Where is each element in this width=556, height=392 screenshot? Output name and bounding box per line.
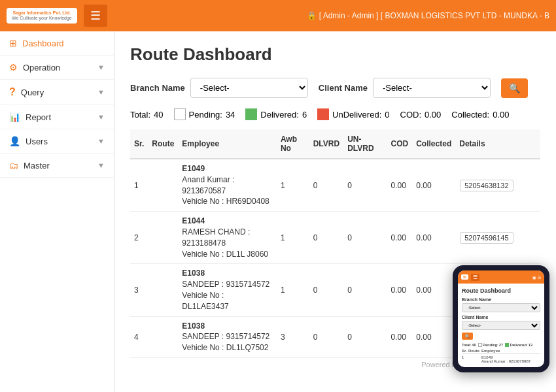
branch-label: Branch Name <box>130 83 185 93</box>
phone-branch-label: Branch Name <box>462 297 540 302</box>
phone-row-sr: 1 <box>462 355 468 363</box>
cell-details: 52074596145 <box>455 212 540 264</box>
sidebar-item-master[interactable]: 🗂 Master ▼ <box>0 154 114 178</box>
search-button[interactable]: 🔍 <box>501 78 528 98</box>
col-sr: Sr. <box>130 129 148 159</box>
admin-info: 🔒 [ Admin - Admin ] [ BOXMAN LOGISTICS P… <box>307 11 549 20</box>
phone-hamburger: ☰ <box>471 274 479 281</box>
sidebar-item-operation[interactable]: ⚙ Operation ▼ <box>0 56 114 80</box>
chevron-down-icon-query: ▼ <box>97 88 105 96</box>
phone-delivered-legend <box>505 343 509 347</box>
pending-summary: Pending: 34 <box>174 108 235 120</box>
employee-id: E1044 <box>182 216 273 227</box>
undelivered-summary: UnDelivered: 0 <box>317 108 389 120</box>
employee-info: E1049 Anand Kumar : 9213670587 Vehicle N… <box>182 163 273 207</box>
dashboard-icon: ⊞ <box>9 38 17 48</box>
phone-col-emp: Employee <box>481 349 540 353</box>
cell-awb: 3 <box>277 316 309 357</box>
operation-icon: ⚙ <box>9 62 18 73</box>
cell-collected: 0.00 <box>412 316 455 357</box>
logo: Sagar Informatics Pvt. Ltd. We Cultivate… <box>7 8 77 23</box>
search-icon: 🔍 <box>509 83 520 93</box>
employee-info: E1038 SANDEEP : 9315714572 Vehicle No : … <box>182 268 273 312</box>
chevron-down-icon-users: ▼ <box>97 137 105 145</box>
sidebar-item-report[interactable]: 📊 Report ▼ <box>0 105 114 129</box>
employee-detail1: Anand Kumar : 9213670587 <box>182 174 273 197</box>
phone-col-route: Route <box>468 349 481 353</box>
sidebar-label-report: Report <box>26 112 51 122</box>
phone-row-route <box>468 355 481 363</box>
col-collected: Collected <box>412 129 455 159</box>
pending-value: 34 <box>226 110 235 120</box>
employee-detail1: RAMESH CHAND : 9213188478 <box>182 227 273 249</box>
client-select[interactable]: -Select- <box>373 78 491 98</box>
cell-route <box>148 264 178 316</box>
undelivered-value: 0 <box>385 110 389 120</box>
table-row: 2 E1044 RAMESH CHAND : 9213188478 Vehicl… <box>130 212 540 264</box>
cell-dlvrd: 0 <box>309 159 343 212</box>
phone-total-label: Total: <box>462 343 471 347</box>
cell-awb: 1 <box>277 159 309 212</box>
phone-logo: SI <box>461 274 468 280</box>
sidebar-label-query: Query <box>21 88 44 97</box>
sidebar-item-dashboard[interactable]: ⊞ Dashboard <box>0 31 114 56</box>
undelivered-label: UnDelivered: <box>332 110 381 120</box>
hamburger-button[interactable]: ☰ <box>84 5 107 27</box>
master-icon: 🗂 <box>9 160 18 171</box>
table-row: 1 E1049 Anand Kumar : 9213670587 Vehicle… <box>130 159 540 212</box>
employee-detail2: Vehicle No : DL1LQ7502 <box>182 342 273 353</box>
cell-cod: 0.00 <box>387 212 413 264</box>
col-details: Details <box>455 129 540 159</box>
phone-screen: SI ☰ ▣ ☰ Route Dashboard Branch Name -Se… <box>458 270 544 367</box>
branch-select[interactable]: -Select- <box>190 78 308 98</box>
phone-pending-legend <box>478 343 482 347</box>
phone-search-button[interactable]: 🔍 <box>462 333 473 340</box>
employee-info: E1038 SANDEEP : 9315714572 Vehicle No : … <box>182 321 273 353</box>
col-employee: Employee <box>178 129 277 159</box>
cell-employee: E1049 Anand Kumar : 9213670587 Vehicle N… <box>178 159 277 212</box>
employee-detail2: Vehicle No : DL1L J8060 <box>182 249 273 260</box>
chevron-down-icon-report: ▼ <box>97 113 105 121</box>
delivered-label: Delivered: <box>260 110 299 120</box>
cell-employee: E1038 SANDEEP : 9315714572 Vehicle No : … <box>178 264 277 316</box>
employee-id: E1038 <box>182 268 273 279</box>
sidebar-label-operation: Operation <box>23 63 60 73</box>
summary-bar: Total: 40 Pending: 34 Delivered: 6 UnDel… <box>130 108 540 120</box>
chevron-down-icon-master: ▼ <box>97 161 105 169</box>
delivered-value: 6 <box>302 110 307 120</box>
total-label: Total: <box>130 110 150 120</box>
cell-awb: 1 <box>277 264 309 316</box>
undelivered-legend <box>317 108 329 120</box>
phone-delivered-label: Delivered: <box>510 343 527 347</box>
cell-dlvrd: 0 <box>309 212 343 264</box>
phone-client-label: Client Name <box>462 315 540 319</box>
collected-value: 0.00 <box>493 110 509 120</box>
phone-branch-select[interactable]: -Select- <box>462 303 540 312</box>
sidebar-item-query[interactable]: ? Query ▼ <box>0 80 114 105</box>
phone-title: Route Dashboard <box>462 287 540 294</box>
cell-awb: 1 <box>277 212 309 264</box>
phone-summary: Total: 40 Pending: 27 Delivered: 13 <box>462 343 540 347</box>
cell-sr: 2 <box>130 212 148 264</box>
phone-pending-value: 27 <box>499 343 504 347</box>
logo-tagline: We Cultivate your Knowledge <box>12 16 72 21</box>
phone-mockup: SI ☰ ▣ ☰ Route Dashboard Branch Name -Se… <box>453 265 549 372</box>
cell-employee: E1038 SANDEEP : 9315714572 Vehicle No : … <box>178 316 277 357</box>
employee-id: E1049 <box>182 163 273 174</box>
cell-sr: 4 <box>130 316 148 357</box>
collected-label: Collected: <box>451 110 489 120</box>
logo-text: Sagar Informatics Pvt. Ltd. <box>13 10 71 16</box>
phone-topbar: SI ☰ ▣ ☰ <box>458 270 544 284</box>
col-cod: COD <box>387 129 413 159</box>
col-dlvrd: DLVRD <box>309 129 343 159</box>
branch-filter-group: Branch Name -Select- <box>130 78 308 98</box>
phone-client-select[interactable]: -Select- <box>462 321 540 330</box>
filter-row: Branch Name -Select- Client Name -Select… <box>130 78 540 98</box>
cell-cod: 0.00 <box>387 159 413 212</box>
cell-collected: 0.00 <box>412 264 455 316</box>
cell-employee: E1044 RAMESH CHAND : 9213188478 Vehicle … <box>178 212 277 264</box>
collected-summary: Collected: 0.00 <box>451 110 509 120</box>
sidebar-item-users[interactable]: 👤 Users ▼ <box>0 129 114 154</box>
total-summary: Total: 40 <box>130 110 164 120</box>
phone-col-sr: Sr. <box>462 349 468 353</box>
